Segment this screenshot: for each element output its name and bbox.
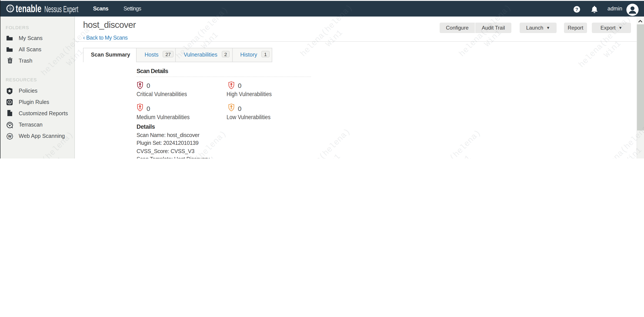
svg-text:W: W [8,134,12,138]
svg-text:?: ? [575,7,578,12]
